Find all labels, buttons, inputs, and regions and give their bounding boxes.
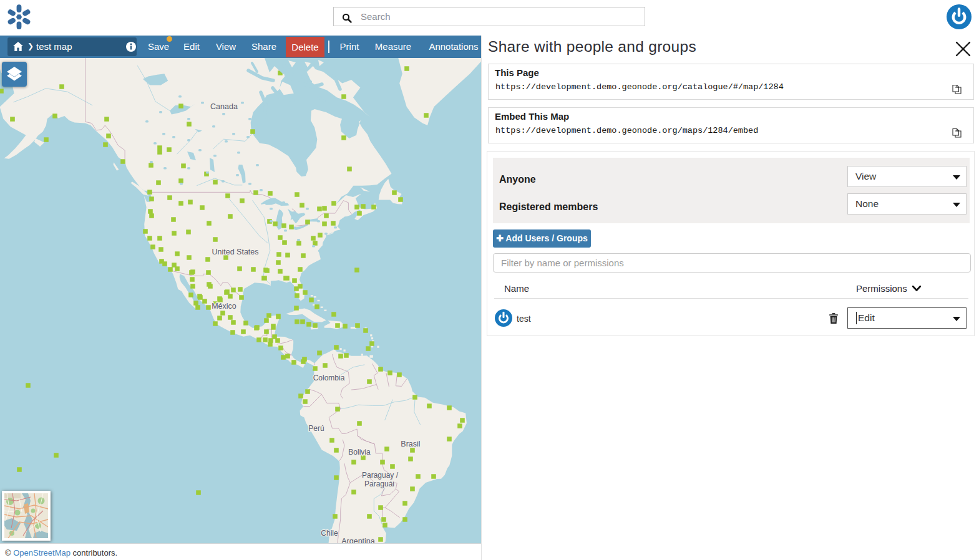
svg-text:United States: United States	[212, 248, 258, 256]
svg-text:Canada: Canada	[210, 102, 238, 111]
svg-text:Chile: Chile	[321, 529, 338, 538]
svg-text:Bolivia: Bolivia	[348, 448, 371, 456]
svg-text:México: México	[212, 302, 236, 311]
svg-text:Paraguay /: Paraguay /	[362, 471, 399, 480]
svg-text:Colombia: Colombia	[313, 374, 345, 382]
svg-text:Brasil: Brasil	[401, 440, 420, 448]
svg-text:Paraguái: Paraguái	[364, 480, 394, 488]
svg-text:Argentina: Argentina	[341, 537, 375, 543]
svg-text:Perú: Perú	[308, 424, 324, 433]
